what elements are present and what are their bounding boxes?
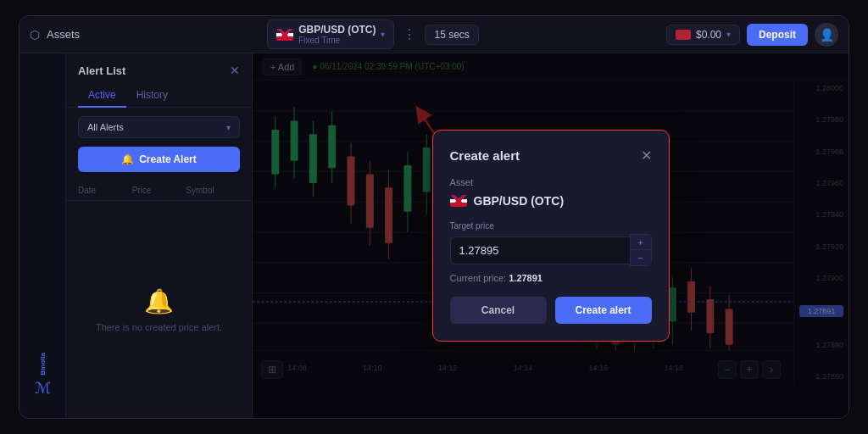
tab-active[interactable]: Active <box>78 84 126 108</box>
time-selector[interactable]: 15 secs <box>425 25 478 45</box>
assets-label: Assets <box>47 28 80 41</box>
alert-panel-header: Alert List ✕ <box>66 53 252 84</box>
binolla-text: Binolla <box>39 353 47 376</box>
modal-asset-flag <box>450 195 467 207</box>
create-alert-label: Create Alert <box>139 153 197 165</box>
modal-asset-row: GBP/USD (OTC) <box>450 194 652 208</box>
chart-area: + Add ● 06/11/2024 02:39:59 PM (UTC+03:0… <box>253 53 849 418</box>
body-row: Binolla ℳ Alert List ✕ Active History Al… <box>19 53 849 418</box>
top-bar: ⬡ Assets GBP/USD (OTC) Fixed Time ▾ ⋮ 15… <box>19 16 849 53</box>
asset-selector[interactable]: GBP/USD (OTC) Fixed Time ▾ <box>267 19 394 49</box>
empty-text: There is no created price alert. <box>96 322 222 332</box>
price-stepper: + − <box>630 234 652 266</box>
current-price-display: Current price: 1.27891 <box>450 273 652 283</box>
alert-panel-close-button[interactable]: ✕ <box>230 64 240 77</box>
us-flag-icon <box>676 30 691 40</box>
balance-value: $0.00 <box>696 29 721 41</box>
cancel-button[interactable]: Cancel <box>450 297 547 324</box>
modal-asset-section-label: Asset <box>450 177 652 187</box>
current-price-value: 1.27891 <box>509 273 542 283</box>
top-bar-left: ⬡ Assets <box>30 28 80 42</box>
sidebar: Binolla ℳ <box>19 53 66 418</box>
modal-overlay: Create alert ✕ Asset GBP/USD (OTC) Targe… <box>253 53 849 418</box>
binolla-logo: Binolla ℳ <box>35 353 51 408</box>
filter-chevron-icon: ▾ <box>226 123 231 132</box>
balance-button[interactable]: $0.00 ▾ <box>666 25 740 45</box>
tab-history[interactable]: History <box>126 84 178 108</box>
top-bar-center: GBP/USD (OTC) Fixed Time ▾ ⋮ 15 secs <box>88 19 658 49</box>
more-options-icon[interactable]: ⋮ <box>403 26 416 42</box>
empty-bell-icon: 🔔 <box>144 287 174 315</box>
balance-chevron-icon: ▾ <box>726 30 731 39</box>
bell-icon: 🔔 <box>121 153 134 165</box>
modal-header: Create alert ✕ <box>450 147 652 164</box>
asset-name: GBP/USD (OTC) <box>298 24 376 36</box>
chevron-down-icon: ▾ <box>381 30 385 39</box>
alert-panel: Alert List ✕ Active History All Alerts ▾… <box>66 53 253 418</box>
create-alert-submit-button[interactable]: Create alert <box>555 297 652 324</box>
deposit-button[interactable]: Deposit <box>747 24 808 46</box>
alert-tabs: Active History <box>66 84 252 108</box>
modal-actions: Cancel Create alert <box>450 297 652 324</box>
top-bar-right: $0.00 ▾ Deposit 👤 <box>666 23 838 47</box>
alert-table-header: Date Price Symbol <box>66 181 252 201</box>
binolla-icon: ℳ <box>35 379 51 398</box>
stepper-up-button[interactable]: + <box>631 235 651 250</box>
col-date: Date <box>78 186 132 195</box>
modal-asset-name: GBP/USD (OTC) <box>474 194 565 208</box>
alert-filter-dropdown[interactable]: All Alerts ▾ <box>78 116 240 138</box>
create-alert-button[interactable]: 🔔 Create Alert <box>78 147 240 172</box>
col-symbol: Symbol <box>186 186 240 195</box>
alert-empty-state: 🔔 There is no created price alert. <box>66 201 252 418</box>
modal-close-button[interactable]: ✕ <box>641 147 652 164</box>
col-price: Price <box>132 186 186 195</box>
create-alert-modal: Create alert ✕ Asset GBP/USD (OTC) Targe… <box>432 130 670 342</box>
main-container: ⬡ Assets GBP/USD (OTC) Fixed Time ▾ ⋮ 15… <box>19 15 849 419</box>
avatar[interactable]: 👤 <box>815 23 838 47</box>
target-price-label: Target price <box>450 221 652 231</box>
modal-input-row: + − <box>450 234 652 266</box>
stepper-down-button[interactable]: − <box>631 250 651 265</box>
avatar-icon: 👤 <box>820 28 834 42</box>
asset-info: GBP/USD (OTC) Fixed Time <box>298 24 376 45</box>
gbp-flag <box>276 29 293 41</box>
alert-filter-label: All Alerts <box>87 122 124 132</box>
asset-subtitle: Fixed Time <box>298 36 376 45</box>
assets-icon: ⬡ <box>30 28 40 42</box>
modal-title: Create alert <box>450 148 520 163</box>
current-price-label-text: Current price: <box>450 273 507 283</box>
alert-panel-title: Alert List <box>78 64 125 77</box>
target-price-input[interactable] <box>450 236 630 264</box>
